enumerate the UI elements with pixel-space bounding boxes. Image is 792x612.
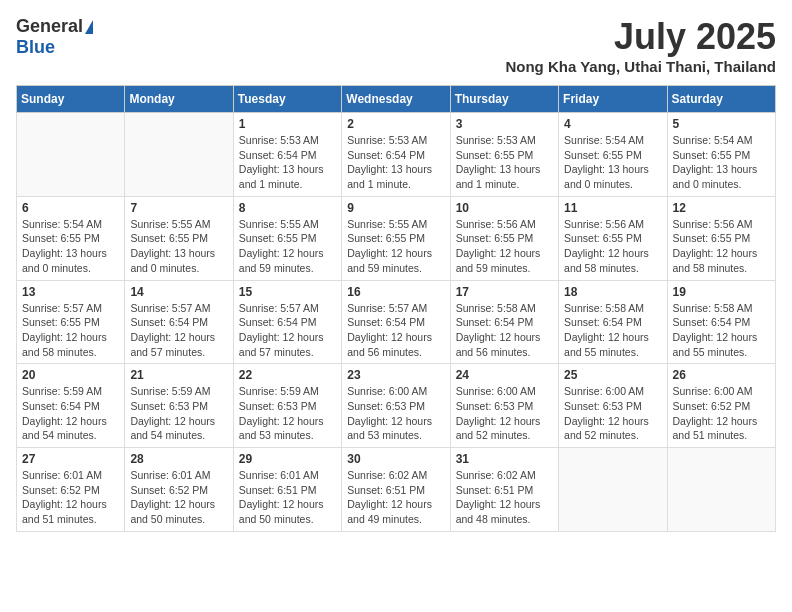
day-number: 27 (22, 452, 119, 466)
day-info: Sunrise: 5:58 AM Sunset: 6:54 PM Dayligh… (456, 301, 553, 360)
calendar-day-cell: 16Sunrise: 5:57 AM Sunset: 6:54 PM Dayli… (342, 280, 450, 364)
logo-triangle-icon (85, 20, 93, 34)
calendar-day-cell: 2Sunrise: 5:53 AM Sunset: 6:54 PM Daylig… (342, 113, 450, 197)
day-info: Sunrise: 6:01 AM Sunset: 6:52 PM Dayligh… (22, 468, 119, 527)
day-number: 21 (130, 368, 227, 382)
day-info: Sunrise: 5:58 AM Sunset: 6:54 PM Dayligh… (564, 301, 661, 360)
calendar: SundayMondayTuesdayWednesdayThursdayFrid… (16, 85, 776, 532)
day-number: 28 (130, 452, 227, 466)
day-number: 6 (22, 201, 119, 215)
calendar-day-cell: 6Sunrise: 5:54 AM Sunset: 6:55 PM Daylig… (17, 196, 125, 280)
calendar-day-cell: 12Sunrise: 5:56 AM Sunset: 6:55 PM Dayli… (667, 196, 775, 280)
calendar-day-cell: 3Sunrise: 5:53 AM Sunset: 6:55 PM Daylig… (450, 113, 558, 197)
calendar-day-cell: 29Sunrise: 6:01 AM Sunset: 6:51 PM Dayli… (233, 448, 341, 532)
header: General Blue July 2025 Nong Kha Yang, Ut… (16, 16, 776, 75)
day-info: Sunrise: 5:59 AM Sunset: 6:54 PM Dayligh… (22, 384, 119, 443)
calendar-day-cell: 31Sunrise: 6:02 AM Sunset: 6:51 PM Dayli… (450, 448, 558, 532)
calendar-week-row: 27Sunrise: 6:01 AM Sunset: 6:52 PM Dayli… (17, 448, 776, 532)
day-info: Sunrise: 5:59 AM Sunset: 6:53 PM Dayligh… (239, 384, 336, 443)
day-info: Sunrise: 5:56 AM Sunset: 6:55 PM Dayligh… (673, 217, 770, 276)
calendar-day-cell: 19Sunrise: 5:58 AM Sunset: 6:54 PM Dayli… (667, 280, 775, 364)
day-info: Sunrise: 5:53 AM Sunset: 6:55 PM Dayligh… (456, 133, 553, 192)
calendar-day-cell: 17Sunrise: 5:58 AM Sunset: 6:54 PM Dayli… (450, 280, 558, 364)
day-number: 4 (564, 117, 661, 131)
day-number: 19 (673, 285, 770, 299)
calendar-day-cell: 8Sunrise: 5:55 AM Sunset: 6:55 PM Daylig… (233, 196, 341, 280)
day-info: Sunrise: 5:54 AM Sunset: 6:55 PM Dayligh… (564, 133, 661, 192)
day-number: 22 (239, 368, 336, 382)
day-of-week-header: Thursday (450, 86, 558, 113)
calendar-day-cell: 25Sunrise: 6:00 AM Sunset: 6:53 PM Dayli… (559, 364, 667, 448)
day-info: Sunrise: 6:01 AM Sunset: 6:51 PM Dayligh… (239, 468, 336, 527)
day-number: 17 (456, 285, 553, 299)
calendar-day-cell: 30Sunrise: 6:02 AM Sunset: 6:51 PM Dayli… (342, 448, 450, 532)
day-info: Sunrise: 5:55 AM Sunset: 6:55 PM Dayligh… (239, 217, 336, 276)
day-info: Sunrise: 5:56 AM Sunset: 6:55 PM Dayligh… (564, 217, 661, 276)
day-number: 24 (456, 368, 553, 382)
month-title: July 2025 (505, 16, 776, 58)
calendar-day-cell: 7Sunrise: 5:55 AM Sunset: 6:55 PM Daylig… (125, 196, 233, 280)
day-info: Sunrise: 6:00 AM Sunset: 6:53 PM Dayligh… (347, 384, 444, 443)
day-of-week-header: Wednesday (342, 86, 450, 113)
day-info: Sunrise: 6:02 AM Sunset: 6:51 PM Dayligh… (347, 468, 444, 527)
day-number: 23 (347, 368, 444, 382)
day-number: 26 (673, 368, 770, 382)
day-of-week-header: Monday (125, 86, 233, 113)
day-of-week-header: Tuesday (233, 86, 341, 113)
day-info: Sunrise: 6:01 AM Sunset: 6:52 PM Dayligh… (130, 468, 227, 527)
day-of-week-header: Saturday (667, 86, 775, 113)
day-info: Sunrise: 5:56 AM Sunset: 6:55 PM Dayligh… (456, 217, 553, 276)
logo-blue-text: Blue (16, 37, 55, 58)
calendar-day-cell: 11Sunrise: 5:56 AM Sunset: 6:55 PM Dayli… (559, 196, 667, 280)
calendar-day-cell: 4Sunrise: 5:54 AM Sunset: 6:55 PM Daylig… (559, 113, 667, 197)
day-info: Sunrise: 5:57 AM Sunset: 6:54 PM Dayligh… (347, 301, 444, 360)
calendar-week-row: 13Sunrise: 5:57 AM Sunset: 6:55 PM Dayli… (17, 280, 776, 364)
day-number: 16 (347, 285, 444, 299)
calendar-day-cell: 18Sunrise: 5:58 AM Sunset: 6:54 PM Dayli… (559, 280, 667, 364)
day-number: 25 (564, 368, 661, 382)
calendar-day-cell (559, 448, 667, 532)
day-info: Sunrise: 5:57 AM Sunset: 6:54 PM Dayligh… (239, 301, 336, 360)
day-info: Sunrise: 6:02 AM Sunset: 6:51 PM Dayligh… (456, 468, 553, 527)
day-number: 5 (673, 117, 770, 131)
calendar-header-row: SundayMondayTuesdayWednesdayThursdayFrid… (17, 86, 776, 113)
day-info: Sunrise: 5:54 AM Sunset: 6:55 PM Dayligh… (22, 217, 119, 276)
day-number: 7 (130, 201, 227, 215)
day-info: Sunrise: 6:00 AM Sunset: 6:53 PM Dayligh… (456, 384, 553, 443)
calendar-day-cell: 26Sunrise: 6:00 AM Sunset: 6:52 PM Dayli… (667, 364, 775, 448)
day-number: 1 (239, 117, 336, 131)
day-info: Sunrise: 5:55 AM Sunset: 6:55 PM Dayligh… (130, 217, 227, 276)
day-info: Sunrise: 5:58 AM Sunset: 6:54 PM Dayligh… (673, 301, 770, 360)
day-number: 10 (456, 201, 553, 215)
logo: General Blue (16, 16, 93, 58)
calendar-week-row: 20Sunrise: 5:59 AM Sunset: 6:54 PM Dayli… (17, 364, 776, 448)
title-area: July 2025 Nong Kha Yang, Uthai Thani, Th… (505, 16, 776, 75)
day-number: 20 (22, 368, 119, 382)
day-number: 8 (239, 201, 336, 215)
day-number: 3 (456, 117, 553, 131)
calendar-day-cell: 15Sunrise: 5:57 AM Sunset: 6:54 PM Dayli… (233, 280, 341, 364)
location-title: Nong Kha Yang, Uthai Thani, Thailand (505, 58, 776, 75)
calendar-week-row: 6Sunrise: 5:54 AM Sunset: 6:55 PM Daylig… (17, 196, 776, 280)
calendar-day-cell: 28Sunrise: 6:01 AM Sunset: 6:52 PM Dayli… (125, 448, 233, 532)
calendar-day-cell: 5Sunrise: 5:54 AM Sunset: 6:55 PM Daylig… (667, 113, 775, 197)
day-number: 14 (130, 285, 227, 299)
day-of-week-header: Sunday (17, 86, 125, 113)
day-info: Sunrise: 5:53 AM Sunset: 6:54 PM Dayligh… (347, 133, 444, 192)
calendar-day-cell: 14Sunrise: 5:57 AM Sunset: 6:54 PM Dayli… (125, 280, 233, 364)
calendar-day-cell: 27Sunrise: 6:01 AM Sunset: 6:52 PM Dayli… (17, 448, 125, 532)
calendar-day-cell: 21Sunrise: 5:59 AM Sunset: 6:53 PM Dayli… (125, 364, 233, 448)
calendar-day-cell: 20Sunrise: 5:59 AM Sunset: 6:54 PM Dayli… (17, 364, 125, 448)
day-number: 13 (22, 285, 119, 299)
day-number: 9 (347, 201, 444, 215)
calendar-week-row: 1Sunrise: 5:53 AM Sunset: 6:54 PM Daylig… (17, 113, 776, 197)
day-number: 11 (564, 201, 661, 215)
calendar-day-cell: 23Sunrise: 6:00 AM Sunset: 6:53 PM Dayli… (342, 364, 450, 448)
logo-general-text: General (16, 16, 83, 37)
calendar-day-cell (17, 113, 125, 197)
calendar-day-cell: 24Sunrise: 6:00 AM Sunset: 6:53 PM Dayli… (450, 364, 558, 448)
day-info: Sunrise: 5:57 AM Sunset: 6:54 PM Dayligh… (130, 301, 227, 360)
calendar-day-cell: 10Sunrise: 5:56 AM Sunset: 6:55 PM Dayli… (450, 196, 558, 280)
calendar-day-cell (667, 448, 775, 532)
calendar-day-cell: 13Sunrise: 5:57 AM Sunset: 6:55 PM Dayli… (17, 280, 125, 364)
